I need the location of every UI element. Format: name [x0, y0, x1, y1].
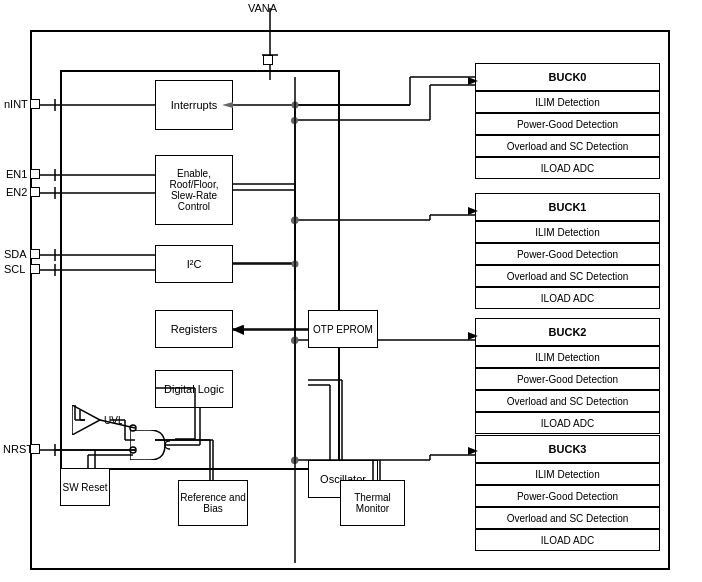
otp-eprom-block: OTP EPROM — [308, 310, 378, 348]
uvlo-symbol: UVLO — [72, 405, 122, 435]
block-diagram: VANA nINT EN1 EN2 SDA SCL NRST Interrupt… — [0, 0, 702, 582]
nint-pin-sq — [30, 99, 40, 109]
buck0-block: BUCK0 — [475, 63, 660, 91]
junction-dot-4 — [291, 457, 298, 464]
buck0-ocsc: Overload and SC Detection — [475, 135, 660, 157]
buck3-ocsc: Overload and SC Detection — [475, 507, 660, 529]
buck0-iload: ILOAD ADC — [475, 157, 660, 179]
nrst-pin-sq — [30, 444, 40, 454]
buck2-pgood: Power-Good Detection — [475, 368, 660, 390]
buck2-block: BUCK2 — [475, 318, 660, 346]
sda-pin-label: SDA — [4, 248, 27, 260]
buck2-ilim: ILIM Detection — [475, 346, 660, 368]
buck3-pgood: Power-Good Detection — [475, 485, 660, 507]
buck1-block: BUCK1 — [475, 193, 660, 221]
buck1-pgood: Power-Good Detection — [475, 243, 660, 265]
registers-block: Registers — [155, 310, 233, 348]
thermal-monitor-block: Thermal Monitor — [340, 480, 405, 526]
junction-dot-2 — [291, 217, 298, 224]
svg-marker-57 — [72, 405, 100, 435]
sda-pin-sq — [30, 249, 40, 259]
scl-pin-sq — [30, 264, 40, 274]
en1-pin-sq — [30, 169, 40, 179]
digital-logic-block: Digital Logic — [155, 370, 233, 408]
nint-pin-label: nINT — [4, 98, 28, 110]
buck0-pgood: Power-Good Detection — [475, 113, 660, 135]
vana-label: VANA — [248, 2, 277, 14]
en1-pin-label: EN1 — [6, 168, 27, 180]
ref-bias-block: Reference and Bias — [178, 480, 248, 526]
en2-pin-sq — [30, 187, 40, 197]
nrst-pin-label: NRST — [3, 443, 33, 455]
buck1-ocsc: Overload and SC Detection — [475, 265, 660, 287]
sw-reset-block: SW Reset — [60, 468, 110, 506]
junction-dot-3 — [291, 337, 298, 344]
buck0-ilim: ILIM Detection — [475, 91, 660, 113]
buck1-ilim: ILIM Detection — [475, 221, 660, 243]
svg-text:UVLO: UVLO — [104, 415, 122, 426]
i2c-block: I²C — [155, 245, 233, 283]
enable-block: Enable, Roof/Floor, Slew-Rate Control — [155, 155, 233, 225]
buck2-ocsc: Overload and SC Detection — [475, 390, 660, 412]
nand-gate-symbol — [130, 430, 170, 460]
svg-point-59 — [165, 441, 170, 449]
buck3-block: BUCK3 — [475, 435, 660, 463]
buck1-iload: ILOAD ADC — [475, 287, 660, 309]
interrupts-block: Interrupts — [155, 80, 233, 130]
scl-pin-label: SCL — [4, 263, 25, 275]
en2-pin-label: EN2 — [6, 186, 27, 198]
buck3-iload: ILOAD ADC — [475, 529, 660, 551]
vana-pin — [263, 55, 273, 65]
buck3-ilim: ILIM Detection — [475, 463, 660, 485]
junction-dot-1 — [291, 117, 298, 124]
buck2-iload: ILOAD ADC — [475, 412, 660, 434]
